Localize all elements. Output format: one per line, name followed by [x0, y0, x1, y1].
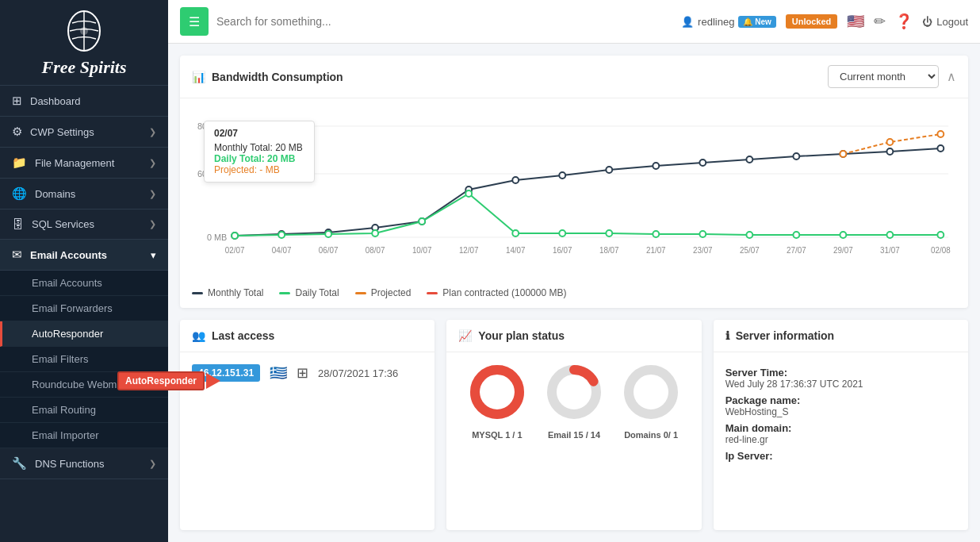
- unlocked-badge: Unlocked: [786, 14, 838, 29]
- svg-point-35: [699, 231, 706, 237]
- email-label: Email 15 / 14: [548, 430, 600, 440]
- legend-monthly: Monthly Total: [192, 287, 263, 298]
- svg-point-17: [606, 167, 612, 173]
- svg-point-31: [512, 230, 519, 236]
- svg-point-30: [465, 190, 472, 197]
- svg-text:04/07: 04/07: [272, 246, 292, 255]
- menu-toggle-button[interactable]: ☰: [180, 7, 209, 36]
- access-icon: 👥: [192, 329, 205, 342]
- bandwidth-title: 📊 Bandwidth Consumption: [192, 71, 343, 83]
- server-info-title: ℹ Server information: [725, 329, 834, 342]
- flag-icon: 🇺🇸: [847, 13, 864, 30]
- svg-point-27: [325, 231, 331, 237]
- svg-text:10/07: 10/07: [412, 246, 432, 255]
- svg-point-24: [937, 145, 944, 152]
- sidebar-item-label: Dashboard: [30, 95, 156, 107]
- last-access-card: 👥 Last access 46.12.151.31 🇬🇷 ⊞ 28/07/20…: [180, 320, 434, 530]
- sidebar-item-roundcube-webmail[interactable]: Roundcube Webmail: [0, 372, 168, 398]
- sidebar-item-label: DNS Functions: [35, 458, 149, 470]
- svg-point-43: [937, 131, 944, 137]
- package-name-value: WebHosting_S: [725, 406, 956, 417]
- logout-label: Logout: [936, 16, 968, 28]
- legend-projected: Projected: [355, 287, 412, 298]
- svg-text:18/07: 18/07: [599, 246, 619, 255]
- sidebar-item-domains[interactable]: 🌐 Domains ❯: [0, 179, 168, 209]
- svg-point-21: [793, 153, 799, 160]
- sidebar-item-autoresponder[interactable]: AutoResponder: [0, 321, 168, 347]
- plan-email: Email 15 / 14: [542, 360, 606, 440]
- sidebar-item-file-management[interactable]: 📁 File Management ❯: [0, 148, 168, 179]
- sidebar-item-email-forwarders[interactable]: Email Forwarders: [0, 296, 168, 321]
- legend-dot-monthly: [192, 292, 203, 294]
- sidebar-item-dashboard[interactable]: ⊞ Dashboard: [0, 86, 168, 117]
- svg-text:14/07: 14/07: [506, 246, 526, 255]
- chevron-right-icon: ❯: [149, 127, 156, 137]
- legend-dot-daily: [279, 292, 290, 294]
- ip-badge: 46.12.151.31: [192, 364, 260, 382]
- mysql-donut: [465, 360, 529, 424]
- file-management-icon: 📁: [12, 156, 27, 170]
- legend-plan: Plan contracted (100000 MB): [427, 287, 566, 298]
- email-donut: [542, 360, 606, 424]
- logout-button[interactable]: ⏻ Logout: [922, 16, 968, 28]
- sidebar-item-email-filters[interactable]: Email Filters: [0, 347, 168, 372]
- svg-point-34: [653, 231, 659, 237]
- legend-dot-projected: [355, 292, 366, 294]
- new-badge: 🔔 New: [738, 16, 775, 28]
- search-input[interactable]: [216, 15, 673, 28]
- svg-point-64: [629, 370, 673, 414]
- svg-point-61: [475, 370, 519, 414]
- svg-point-32: [559, 230, 565, 236]
- plan-charts: MYSQL 1 / 1 Email 15 / 14: [446, 352, 701, 448]
- dashboard-icon: ⊞: [12, 94, 22, 108]
- domains-label: Domains 0/ 1: [624, 430, 678, 440]
- chevron-right-icon: ❯: [149, 219, 156, 229]
- svg-point-23: [886, 148, 893, 155]
- email-icon: ✉: [12, 248, 22, 262]
- tooltip-projected: Projected: - MB: [214, 164, 304, 175]
- logo-icon: [60, 7, 108, 55]
- sidebar-item-label: File Management: [35, 157, 149, 169]
- svg-point-15: [512, 177, 519, 183]
- plan-domains: Domains 0/ 1: [619, 360, 683, 440]
- user-info: 👤 redlineg 🔔 New: [681, 16, 776, 28]
- legend-daily: Daily Total: [279, 287, 339, 298]
- domains-donut: [619, 360, 683, 424]
- logout-icon: ⏻: [922, 16, 932, 28]
- sidebar-item-sql-services[interactable]: 🗄 SQL Services ❯: [0, 209, 168, 240]
- username: redlineg: [698, 16, 734, 28]
- sidebar-item-email-importer[interactable]: Email Importer: [0, 423, 168, 448]
- email-donut-svg: [542, 360, 606, 424]
- tooltip-date: 02/07: [214, 128, 304, 139]
- sql-icon: 🗄: [12, 217, 24, 231]
- content-area: 📊 Bandwidth Consumption Current month La…: [168, 44, 980, 542]
- chart-tooltip: 02/07 Monthly Total: 20 MB Daily Total: …: [204, 121, 315, 183]
- sidebar-item-dns-functions[interactable]: 🔧 DNS Functions ❯: [0, 448, 168, 479]
- sidebar-item-email-routing[interactable]: Email Routing: [0, 398, 168, 423]
- help-icon[interactable]: ❓: [895, 13, 913, 30]
- sidebar-item-label: Email Accounts: [30, 249, 151, 261]
- mysql-donut-svg: [465, 360, 529, 424]
- collapse-button[interactable]: ∧: [947, 69, 956, 84]
- sidebar-item-email-accounts[interactable]: Email Accounts: [0, 271, 168, 296]
- bandwidth-card: 📊 Bandwidth Consumption Current month La…: [180, 56, 968, 308]
- main-domain-value: red-line.gr: [725, 434, 956, 445]
- svg-point-29: [419, 218, 425, 225]
- cwp-settings-icon: ⚙: [12, 125, 22, 139]
- dns-icon: 🔧: [12, 456, 27, 471]
- period-select[interactable]: Current month Last month Last 3 months L…: [828, 65, 939, 88]
- sidebar-item-email-accounts-header[interactable]: ✉ Email Accounts ▾: [0, 240, 168, 271]
- access-datetime: 28/07/2021 17:36: [318, 367, 398, 379]
- main-content: ☰ 👤 redlineg 🔔 New Unlocked 🇺🇸 ✏ ❓ ⏻ Log…: [168, 0, 980, 542]
- svg-point-28: [372, 230, 378, 236]
- pencil-icon[interactable]: ✏: [874, 13, 886, 30]
- tooltip-monthly: Monthly Total: 20 MB: [214, 142, 304, 153]
- svg-text:25/07: 25/07: [740, 246, 760, 255]
- sidebar-item-cwp-settings[interactable]: ⚙ CWP Settings ❯: [0, 117, 168, 148]
- info-icon: ℹ: [725, 329, 729, 342]
- svg-text:21/07: 21/07: [646, 246, 666, 255]
- main-domain-label: Main domain:: [725, 422, 956, 434]
- domains-icon: 🌐: [12, 186, 27, 201]
- svg-text:0 MB: 0 MB: [207, 233, 227, 242]
- svg-point-25: [232, 233, 238, 239]
